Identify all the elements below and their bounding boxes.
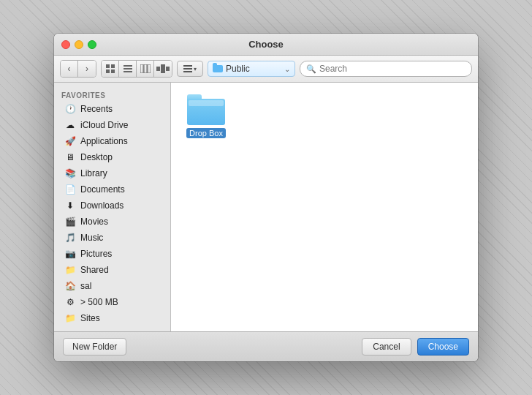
list-view-button[interactable] xyxy=(119,61,137,77)
sidebar-item-label: iCloud Drive xyxy=(80,120,128,130)
sidebar-item-sites[interactable]: 📁 Sites xyxy=(57,310,167,326)
view-buttons xyxy=(101,60,172,78)
column-view-button[interactable] xyxy=(137,61,154,77)
drop-box-label: Drop Box xyxy=(186,128,226,138)
documents-icon: 📄 xyxy=(64,184,76,195)
sidebar-item-icloud[interactable]: ☁ iCloud Drive xyxy=(57,117,167,133)
sidebar-item-label: Desktop xyxy=(80,152,113,162)
back-button[interactable]: ‹ xyxy=(61,61,78,77)
dropdown-arrow: ⌄ xyxy=(284,65,290,73)
sidebar-item-label: Documents xyxy=(80,184,125,195)
svg-rect-4 xyxy=(123,65,132,67)
sidebar-item-documents[interactable]: 📄 Documents xyxy=(57,181,167,198)
sidebar-item-label: sal xyxy=(80,281,91,291)
drop-box-folder-icon xyxy=(187,94,225,125)
svg-rect-5 xyxy=(123,68,132,69)
new-folder-button[interactable]: New Folder xyxy=(63,338,126,356)
sidebar-item-shared[interactable]: 📁 Shared xyxy=(57,262,167,278)
sidebar: Favorites 🕐 Recents ☁ iCloud Drive 🚀 App… xyxy=(54,83,171,331)
sidebar-item-label: Downloads xyxy=(80,200,123,211)
folder-icon xyxy=(213,65,223,72)
main-content: Favorites 🕐 Recents ☁ iCloud Drive 🚀 App… xyxy=(54,83,478,331)
music-icon: 🎵 xyxy=(64,232,76,244)
svg-rect-8 xyxy=(144,64,147,73)
sidebar-item-applications[interactable]: 🚀 Applications xyxy=(57,133,167,149)
movies-icon: 🎬 xyxy=(64,216,76,227)
footer: New Folder Cancel Choose xyxy=(54,331,478,361)
sidebar-item-library[interactable]: 📚 Library xyxy=(57,165,167,181)
maximize-button[interactable] xyxy=(88,40,96,49)
recents-icon: 🕐 xyxy=(64,103,76,115)
sites-icon: 📁 xyxy=(64,312,76,324)
window-title: Choose xyxy=(248,39,284,50)
location-label: Public xyxy=(226,64,281,74)
shared-icon: 📁 xyxy=(64,264,76,276)
sidebar-item-label: > 500 MB xyxy=(80,297,118,307)
svg-rect-3 xyxy=(111,69,115,73)
sidebar-item-downloads[interactable]: ⬇ Downloads xyxy=(57,198,167,214)
svg-rect-12 xyxy=(166,67,170,71)
search-box[interactable]: 🔍 xyxy=(300,61,472,77)
500mb-icon: ⚙ xyxy=(64,296,76,308)
action-button[interactable]: ▾ xyxy=(177,61,203,77)
svg-rect-13 xyxy=(183,65,192,67)
minimize-button[interactable] xyxy=(75,40,83,49)
sidebar-item-sal[interactable]: 🏠 sal xyxy=(57,278,167,294)
sidebar-item-label: Sites xyxy=(80,313,100,323)
applications-icon: 🚀 xyxy=(64,135,76,147)
finder-dialog: Choose ‹ › ▾ Public xyxy=(54,34,478,361)
toolbar: ‹ › ▾ Public ⌄ 🔍 xyxy=(54,56,478,83)
close-button[interactable] xyxy=(61,40,70,49)
sidebar-item-music[interactable]: 🎵 Music xyxy=(57,230,167,246)
svg-rect-15 xyxy=(183,71,192,72)
svg-rect-0 xyxy=(106,64,110,68)
svg-rect-10 xyxy=(156,67,160,71)
cover-flow-button[interactable] xyxy=(154,61,172,77)
traffic-lights xyxy=(61,40,96,49)
svg-rect-1 xyxy=(111,64,115,68)
search-icon: 🔍 xyxy=(306,64,316,74)
footer-buttons: Cancel Choose xyxy=(362,338,469,356)
svg-rect-11 xyxy=(161,64,165,73)
sidebar-item-label: Applications xyxy=(80,136,128,146)
sal-icon: 🏠 xyxy=(64,280,76,292)
sidebar-item-recents[interactable]: 🕐 Recents xyxy=(57,101,167,117)
file-area: Drop Box xyxy=(171,83,478,331)
icon-view-button[interactable] xyxy=(102,61,119,77)
sidebar-section-label: Favorites xyxy=(54,89,170,101)
svg-rect-7 xyxy=(140,64,143,73)
nav-buttons: ‹ › xyxy=(60,60,96,78)
svg-rect-2 xyxy=(106,69,110,73)
sidebar-item-pictures[interactable]: 📷 Pictures xyxy=(57,246,167,262)
forward-button[interactable]: › xyxy=(78,61,96,77)
pictures-icon: 📷 xyxy=(64,248,76,260)
sidebar-item-label: Pictures xyxy=(80,249,112,259)
svg-rect-9 xyxy=(148,64,151,73)
icloud-icon: ☁ xyxy=(64,119,76,131)
desktop-icon: 🖥 xyxy=(64,151,76,163)
sidebar-item-desktop[interactable]: 🖥 Desktop xyxy=(57,149,167,165)
downloads-icon: ⬇ xyxy=(64,200,76,211)
sidebar-item-label: Recents xyxy=(80,104,113,114)
sidebar-item-label: Movies xyxy=(80,217,108,227)
sidebar-item-label: Music xyxy=(80,233,103,243)
cancel-button[interactable]: Cancel xyxy=(362,338,411,356)
sidebar-item-movies[interactable]: 🎬 Movies xyxy=(57,214,167,230)
sidebar-item-label: Library xyxy=(80,168,107,178)
svg-rect-14 xyxy=(183,68,192,69)
file-item-drop-box[interactable]: Drop Box xyxy=(183,94,229,138)
svg-rect-6 xyxy=(123,71,132,72)
location-dropdown[interactable]: Public ⌄ xyxy=(208,61,295,77)
sidebar-item-label: Shared xyxy=(80,265,109,275)
library-icon: 📚 xyxy=(64,168,76,179)
sidebar-item-500mb[interactable]: ⚙ > 500 MB xyxy=(57,294,167,310)
choose-button[interactable]: Choose xyxy=(417,338,469,356)
titlebar: Choose xyxy=(54,34,478,56)
search-input[interactable] xyxy=(319,64,466,74)
